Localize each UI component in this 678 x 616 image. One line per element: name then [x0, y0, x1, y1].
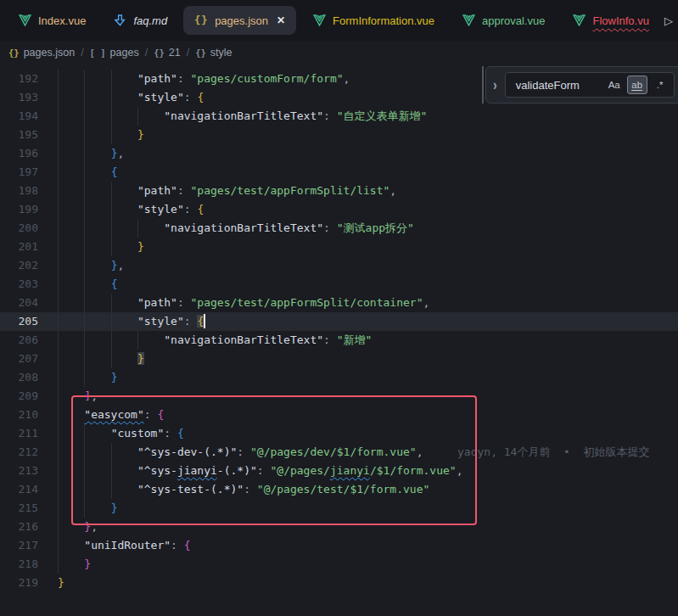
- code-line-211[interactable]: 211 "custom": {: [0, 424, 678, 443]
- line-number[interactable]: 198: [0, 182, 38, 200]
- line-number[interactable]: 192: [0, 70, 38, 88]
- code-line-219[interactable]: 219}: [0, 574, 678, 592]
- code-line-213[interactable]: 213 "^sys-jianyi-(.*)": "@/pages/jianyi/…: [0, 462, 678, 480]
- code-line-201[interactable]: 201 }: [0, 238, 678, 256]
- code-content[interactable]: "navigationBarTitleText": "测试app拆分": [38, 219, 678, 238]
- code-line-218[interactable]: 218 }: [0, 555, 678, 574]
- code-line-203[interactable]: 203 {: [0, 275, 678, 294]
- code-editor[interactable]: 192 "path": "pages/customForm/form",193 …: [0, 64, 678, 616]
- toggle-replace-icon[interactable]: ›: [493, 76, 497, 94]
- line-number[interactable]: 203: [0, 275, 38, 294]
- match-case-button[interactable]: Aa: [604, 76, 625, 94]
- tab-index-vue[interactable]: Index.vue: [7, 6, 97, 35]
- code-content[interactable]: },: [38, 256, 678, 275]
- code-line-195[interactable]: 195 }: [0, 126, 678, 144]
- code-content[interactable]: }: [38, 499, 678, 518]
- line-number[interactable]: 209: [0, 387, 38, 406]
- code-content[interactable]: }: [38, 574, 678, 592]
- code-content[interactable]: },: [38, 144, 678, 163]
- code-content[interactable]: "navigationBarTitleText": "新增": [38, 331, 678, 350]
- line-number[interactable]: 206: [0, 331, 38, 350]
- code-content[interactable]: "path": "pages/test/appFormSplit/contain…: [38, 294, 678, 312]
- regex-button[interactable]: .*: [650, 76, 670, 94]
- code-line-214[interactable]: 214 "^sys-test-(.*)": "@/pages/test/$1/f…: [0, 480, 678, 499]
- code-content[interactable]: "style": {: [38, 312, 678, 331]
- find-query-text[interactable]: validateForm: [516, 79, 601, 92]
- line-number[interactable]: 211: [0, 424, 38, 443]
- code-line-197[interactable]: 197 {: [0, 163, 678, 182]
- code-content[interactable]: "style": {: [38, 200, 678, 219]
- code-line-205[interactable]: 205 "style": {: [0, 312, 678, 331]
- line-number[interactable]: 213: [0, 462, 38, 480]
- code-line-200[interactable]: 200 "navigationBarTitleText": "测试app拆分": [0, 219, 678, 238]
- code-content[interactable]: },: [38, 518, 678, 536]
- code-line-196[interactable]: 196 },: [0, 144, 678, 163]
- code-content[interactable]: }: [38, 238, 678, 256]
- breadcrumb-item-pages[interactable]: [ ]pages: [90, 47, 139, 59]
- code-content[interactable]: {: [38, 163, 678, 182]
- code-line-204[interactable]: 204 "path": "pages/test/appFormSplit/con…: [0, 294, 678, 312]
- line-number[interactable]: 205: [0, 312, 38, 331]
- line-number[interactable]: 214: [0, 480, 38, 499]
- line-number[interactable]: 196: [0, 144, 38, 163]
- code-line-198[interactable]: 198 "path": "pages/test/appFormSplit/lis…: [0, 182, 678, 200]
- code-line-215[interactable]: 215 }: [0, 499, 678, 518]
- code-line-206[interactable]: 206 "navigationBarTitleText": "新增": [0, 331, 678, 350]
- close-icon[interactable]: ✕: [277, 14, 285, 26]
- code-content[interactable]: "^sys-jianyi-(.*)": "@/pages/jianyi/$1/f…: [38, 462, 678, 480]
- code-line-217[interactable]: 217 "uniIdRouter": {: [0, 536, 678, 555]
- code-line-202[interactable]: 202 },: [0, 256, 678, 275]
- line-number[interactable]: 219: [0, 574, 38, 592]
- code-content[interactable]: }: [38, 126, 678, 144]
- breadcrumb-item-pages.json[interactable]: {}pages.json: [8, 47, 75, 59]
- line-number[interactable]: 215: [0, 499, 38, 518]
- tab-forminformation-vue[interactable]: FormInformation.vue: [301, 6, 445, 35]
- code-content[interactable]: }: [38, 368, 678, 387]
- code-content[interactable]: "easycom": {: [38, 406, 678, 424]
- find-widget-sash[interactable]: [482, 66, 484, 104]
- code-line-216[interactable]: 216 },: [0, 518, 678, 536]
- tab-flowinfo-vu[interactable]: FlowInfo.vu: [561, 6, 659, 35]
- line-number[interactable]: 216: [0, 518, 38, 536]
- tab-overflow-icon[interactable]: ▷: [663, 14, 678, 27]
- line-number[interactable]: 212: [0, 443, 38, 462]
- line-number[interactable]: 204: [0, 294, 38, 312]
- line-number[interactable]: 217: [0, 536, 38, 555]
- whole-word-button[interactable]: ab: [627, 76, 647, 94]
- code-content[interactable]: }: [38, 350, 678, 368]
- line-number[interactable]: 193: [0, 88, 38, 107]
- code-content[interactable]: "^sys-test-(.*)": "@/pages/test/$1/form.…: [38, 480, 678, 499]
- line-number[interactable]: 208: [0, 368, 38, 387]
- line-number[interactable]: 194: [0, 107, 38, 126]
- code-content[interactable]: "custom": {: [38, 424, 678, 443]
- tab-approval-vue[interactable]: approval.vue: [451, 6, 556, 35]
- code-line-209[interactable]: 209 ],: [0, 387, 678, 406]
- code-content[interactable]: "navigationBarTitleText": "自定义表单新增": [38, 107, 678, 126]
- code-line-208[interactable]: 208 }: [0, 368, 678, 387]
- code-line-207[interactable]: 207 }: [0, 350, 678, 368]
- line-number[interactable]: 210: [0, 406, 38, 424]
- line-number[interactable]: 195: [0, 126, 38, 144]
- find-input[interactable]: validateForm Aaab.*: [505, 72, 675, 98]
- code-content[interactable]: "path": "pages/test/appFormSplit/list",: [38, 182, 678, 200]
- line-number[interactable]: 218: [0, 555, 38, 574]
- code-content[interactable]: }: [38, 555, 678, 574]
- code-content[interactable]: {: [38, 275, 678, 294]
- tab-pages-json[interactable]: {}pages.json✕: [183, 6, 296, 35]
- line-number[interactable]: 201: [0, 238, 38, 256]
- breadcrumb-item-21[interactable]: {}21: [154, 47, 181, 59]
- line-number[interactable]: 200: [0, 219, 38, 238]
- code-line-194[interactable]: 194 "navigationBarTitleText": "自定义表单新增": [0, 107, 678, 126]
- line-number[interactable]: 207: [0, 350, 38, 368]
- code-line-199[interactable]: 199 "style": {: [0, 200, 678, 219]
- code-content[interactable]: ],: [38, 387, 678, 406]
- code-line-212[interactable]: 212 "^sys-dev-(.*)": "@/pages/dev/$1/for…: [0, 443, 678, 462]
- breadcrumb-item-style[interactable]: {}style: [195, 47, 232, 59]
- code-line-210[interactable]: 210 "easycom": {: [0, 406, 678, 424]
- code-content[interactable]: "uniIdRouter": {: [38, 536, 678, 555]
- line-number[interactable]: 197: [0, 163, 38, 182]
- line-number[interactable]: 202: [0, 256, 38, 275]
- code-content[interactable]: "^sys-dev-(.*)": "@/pages/dev/$1/form.vu…: [38, 443, 678, 462]
- line-number[interactable]: 199: [0, 200, 38, 219]
- tab-faq-md[interactable]: faq.md: [102, 6, 178, 35]
